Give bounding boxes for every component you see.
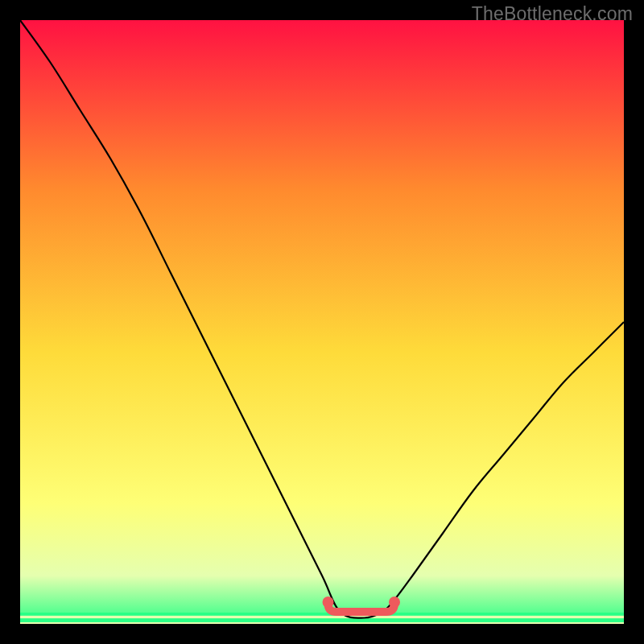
- watermark-text: TheBottleneck.com: [472, 3, 633, 25]
- heat-gradient-background: [20, 20, 624, 624]
- svg-point-5: [389, 597, 400, 608]
- svg-rect-1: [20, 616, 624, 618]
- svg-rect-3: [20, 622, 624, 624]
- svg-rect-2: [20, 619, 624, 621]
- svg-rect-0: [20, 613, 624, 615]
- svg-point-4: [323, 597, 334, 608]
- chart-frame: [20, 20, 624, 624]
- bottleneck-chart: [20, 20, 624, 624]
